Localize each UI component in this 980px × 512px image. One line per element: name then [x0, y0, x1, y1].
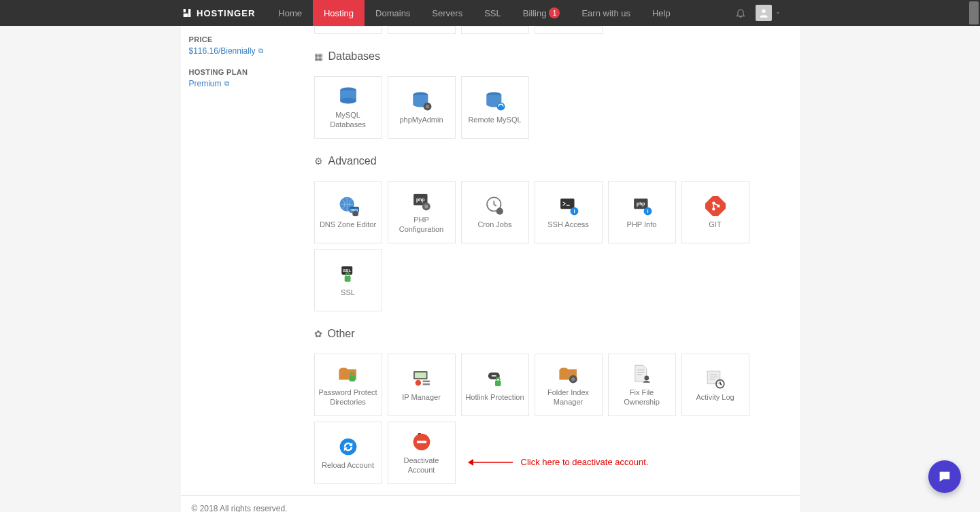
svg-point-41	[571, 377, 575, 381]
nav-billing[interactable]: Billing 1	[512, 0, 571, 26]
chat-widget-button[interactable]	[928, 460, 961, 493]
card-label: Deactivate Account	[391, 456, 452, 475]
section-databases-label: Databases	[328, 50, 381, 63]
brand-text: HOSTINGER	[197, 8, 255, 18]
truncated-card[interactable]	[535, 26, 603, 34]
git-icon	[702, 194, 729, 218]
svg-point-7	[496, 103, 505, 111]
sidebar: PRICE $116.16/Biennially ⧉ HOSTING PLAN …	[181, 26, 310, 495]
sidebar-plan-link[interactable]: Premium ⧉	[189, 79, 229, 88]
card-ssl[interactable]: SSL SSL	[314, 249, 382, 311]
section-other-label: Other	[328, 328, 355, 340]
card-password-protect[interactable]: Password Protect Directories	[314, 354, 382, 416]
section-advanced-title: ⚙ Advanced	[314, 155, 790, 171]
footer-text: © 2018 All rights reserved.	[192, 504, 288, 512]
card-php-info[interactable]: phpi PHP Info	[608, 181, 676, 243]
nav-domains[interactable]: Domains	[365, 0, 421, 26]
annotation: Click here to deactivate account.	[467, 457, 790, 467]
ip-manager-icon	[408, 367, 435, 390]
card-label: Reload Account	[322, 461, 374, 471]
user-menu[interactable]	[756, 5, 781, 21]
databases-cards: MySQL Databases phpMyAdmin Remote MySQL	[314, 76, 790, 139]
svg-rect-18	[560, 199, 574, 209]
card-activity-log[interactable]: Activity Log	[681, 354, 749, 416]
card-reload-account[interactable]: Reload Account	[314, 422, 382, 484]
section-databases-title: ▦ Databases	[314, 50, 790, 67]
brand-logo[interactable]: HOSTINGER	[182, 7, 255, 18]
sidebar-price-label: PRICE	[189, 35, 302, 44]
card-ssh-access[interactable]: i SSH Access	[535, 181, 603, 243]
card-label: Fix File Ownership	[611, 388, 673, 407]
browser-scrollbar[interactable]	[969, 1, 979, 24]
reload-icon	[335, 435, 362, 458]
svg-rect-31	[344, 276, 350, 282]
hostinger-logo-icon	[182, 7, 192, 18]
card-fix-file-ownership[interactable]: Fix File Ownership	[608, 354, 676, 416]
nav-earn[interactable]: Earn with us	[571, 0, 641, 26]
clock-gear-icon	[481, 194, 509, 218]
external-link-icon: ⧉	[258, 47, 263, 55]
card-hotlink-protection[interactable]: Hotlink Protection	[461, 354, 529, 416]
nav-servers[interactable]: Servers	[421, 0, 473, 26]
svg-text:php: php	[416, 197, 424, 203]
card-label: PHP Info	[627, 220, 657, 230]
sidebar-plan-label: HOSTING PLAN	[189, 68, 302, 76]
nav-help[interactable]: Help	[641, 0, 681, 26]
link-lock-icon	[481, 367, 509, 390]
card-label: GIT	[709, 220, 721, 230]
svg-text:i: i	[573, 208, 575, 214]
card-mysql-databases[interactable]: MySQL Databases	[314, 76, 382, 139]
card-label: Activity Log	[696, 393, 734, 403]
card-label: Cron Jobs	[477, 220, 511, 230]
truncated-card[interactable]	[388, 26, 456, 34]
php-gear-icon: php	[408, 190, 435, 213]
database-gear-icon	[408, 90, 435, 113]
card-label: Hotlink Protection	[465, 393, 524, 403]
card-label: Folder Index Manager	[538, 388, 599, 407]
external-link-icon: ⧉	[224, 80, 229, 88]
php-info-icon: phpi	[628, 194, 656, 218]
section-advanced-label: Advanced	[328, 155, 377, 167]
card-phpmyadmin[interactable]: phpMyAdmin	[388, 76, 456, 139]
sidebar-price-value: $116.16/Biennially	[189, 46, 256, 56]
svg-text:SSL: SSL	[343, 268, 351, 273]
annotation-text: Click here to deactivate account.	[521, 457, 649, 467]
card-folder-index-manager[interactable]: Folder Index Manager	[535, 354, 603, 416]
advanced-cards: DNS DNS Zone Editor php PHP Configuratio…	[314, 181, 790, 311]
svg-rect-32	[349, 376, 355, 382]
svg-rect-37	[422, 383, 429, 386]
ssl-lock-icon: SSL	[335, 262, 362, 286]
sidebar-price-link[interactable]: $116.16/Biennially ⧉	[189, 46, 263, 56]
nav-hosting[interactable]: Hosting	[313, 0, 365, 26]
card-label: Password Protect Directories	[318, 388, 379, 407]
truncated-card[interactable]	[314, 26, 382, 34]
svg-rect-25	[705, 196, 726, 216]
svg-point-27	[712, 207, 715, 210]
notifications-icon[interactable]	[735, 7, 746, 18]
svg-point-17	[496, 208, 503, 215]
gears-section-icon: ⚙	[314, 156, 323, 167]
card-dns-zone-editor[interactable]: DNS DNS Zone Editor	[314, 181, 382, 243]
nav-ssl[interactable]: SSL	[473, 0, 512, 26]
card-label: IP Manager	[402, 393, 441, 403]
billing-badge: 1	[549, 7, 560, 18]
card-remote-mysql[interactable]: Remote MySQL	[461, 76, 529, 139]
card-git[interactable]: GIT	[681, 181, 749, 243]
truncated-card[interactable]	[461, 26, 529, 34]
folder-gear-icon	[555, 362, 582, 386]
card-php-configuration[interactable]: php PHP Configuration	[388, 181, 456, 243]
card-label: SSH Access	[547, 220, 589, 230]
nav-home[interactable]: Home	[267, 0, 313, 26]
svg-point-0	[762, 10, 765, 13]
svg-point-35	[415, 380, 421, 386]
card-label: PHP Configuration	[391, 216, 452, 235]
deactivate-icon	[408, 430, 435, 454]
card-cron-jobs[interactable]: Cron Jobs	[461, 181, 529, 243]
svg-point-45	[339, 439, 356, 456]
svg-rect-34	[414, 373, 426, 379]
svg-text:i: i	[647, 208, 648, 214]
card-ip-manager[interactable]: IP Manager	[388, 354, 456, 416]
database-icon	[335, 85, 362, 108]
card-deactivate-account[interactable]: ↖ Deactivate Account	[388, 422, 456, 484]
chat-icon	[937, 469, 952, 484]
